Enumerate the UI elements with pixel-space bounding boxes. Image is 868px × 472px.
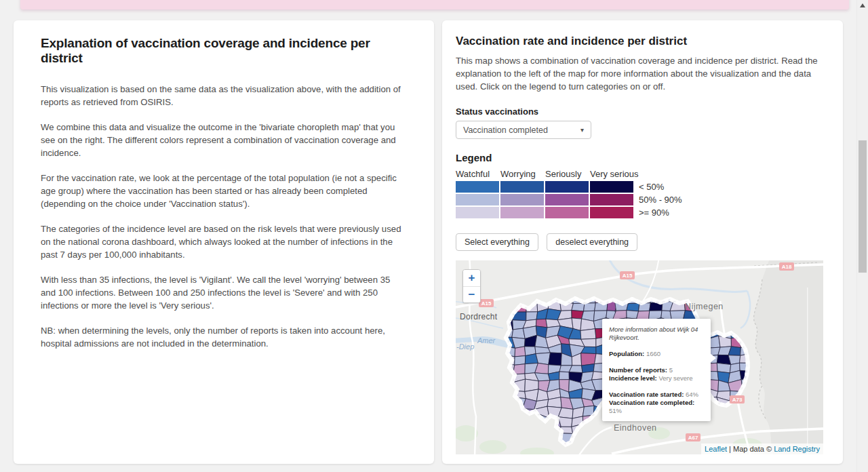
explanation-paragraph: The categories of the incidence level ar… [41,222,407,261]
legend-buttons: Select everything deselect everything [456,233,643,251]
legend-title: Legend [456,152,492,163]
legend-row: 50% - 90% [456,194,682,205]
svg-text:A15: A15 [623,273,633,279]
deselect-everything-button[interactable]: deselect everything [547,233,637,251]
map-panel-title: Vaccination rate and incidence per distr… [456,35,687,48]
legend-row-label: 50% - 90% [639,194,682,205]
explanation-paragraph: With less than 35 infections, the level … [41,273,407,312]
tooltip-arrow [710,353,716,363]
status-vaccinations-value: Vaccination completed [463,125,548,135]
map-attribution: Leaflet | Map data © Land Registry [701,444,823,454]
scroll-up-arrow-icon[interactable] [860,3,865,7]
map-panel: Vaccination rate and incidence per distr… [442,20,843,464]
map-tooltip: More information about Wijk 04 Rijkevoor… [602,319,711,421]
legend-row-label: < 50% [639,181,664,193]
legend-cell[interactable] [500,194,544,205]
legend-column-watchful: Watchful [456,169,500,179]
zoom-out-button[interactable]: − [463,286,480,302]
svg-text:A73: A73 [732,397,743,403]
city-label-eindhoven: Eindhoven [614,423,657,433]
explanation-paragraph: For the vaccination rate, we look at the… [41,172,407,210]
legend-cell[interactable] [500,181,544,193]
scrollbar-thumb[interactable] [859,140,867,273]
legend-cell[interactable] [456,194,499,205]
explanation-paragraph: We combine this data and visualize the o… [41,121,407,159]
map-zoom-control: + − [462,269,481,303]
attribution-text: | Map data © [727,445,774,453]
svg-text:A67: A67 [688,435,698,441]
legend-column-seriously: Seriously [545,169,590,179]
explanation-paragraph: This visualization is based on the same … [41,83,407,109]
road-badge-a73: A73 [730,395,745,404]
legend-cell[interactable] [590,207,633,218]
legend-cell[interactable] [456,207,499,218]
tooltip-rate-completed: Vaccination rate completed: 51% [609,399,704,415]
explanation-paragraph: NB: when determining the levels, only th… [41,324,407,350]
road-badge-a15-mid: A15 [620,271,635,279]
scrollbar[interactable] [856,0,868,472]
explanation-title: Explanation of vaccination coverage and … [41,36,407,66]
svg-text:A15: A15 [481,300,492,307]
legend-cell[interactable] [500,207,544,218]
legend-row: >= 90% [456,207,682,218]
legend-cell[interactable] [456,181,499,193]
legend-cell[interactable] [590,194,633,205]
map[interactable]: A15 A15 A18 A73 A67 Dordrecht Nijmegen E… [456,260,823,454]
water-label-diep: -Diep [456,342,474,351]
legend-cell[interactable] [545,207,589,218]
road-badge-a15-west: A15 [479,299,494,307]
tooltip-population: Population: 1660 [609,350,704,358]
road-badge-a67: A67 [686,433,701,441]
legend-column-very-serious: Very serious [590,169,635,179]
land-registry-link[interactable]: Land Registry [774,445,820,453]
legend-cell[interactable] [545,181,589,193]
legend-cell[interactable] [545,194,589,205]
city-label-nijmegen: Nijmegen [685,302,724,311]
map-panel-description: This map shows a combination of vaccinat… [456,54,823,93]
tooltip-reports: Number of reports: 5 [609,366,704,374]
city-label-dordrecht: Dordrecht [460,312,498,321]
legend-grid: < 50%50% - 90%>= 90% [456,181,682,220]
select-everything-button[interactable]: Select everything [456,233,538,251]
tooltip-title: More information about Wijk 04 Rijkevoor… [609,326,704,342]
tile-seam [807,288,808,454]
road-badge-a18: A18 [779,262,794,271]
tooltip-rate-started: Vaccination rate started: 64% [609,391,704,399]
legend-row-label: >= 90% [639,207,669,218]
leaflet-link[interactable]: Leaflet [705,445,727,453]
svg-text:A18: A18 [782,264,792,270]
water-label-amer: Amer [477,336,496,345]
tooltip-incidence: Incidence level: Very severe [609,374,704,382]
legend-column-headers: WatchfulWorryingSeriouslyVery serious [456,169,635,179]
notification-banner [20,0,849,9]
legend-column-worrying: Worrying [500,169,545,179]
status-vaccinations-select[interactable]: Vaccination completed ▾ [456,121,591,139]
chevron-down-icon: ▾ [580,126,584,134]
explanation-panel: Explanation of vaccination coverage and … [14,20,434,464]
legend-cell[interactable] [590,181,633,193]
status-vaccinations-label: Status vaccinations [456,106,538,117]
legend-row: < 50% [456,181,682,193]
zoom-in-button[interactable]: + [463,270,480,286]
